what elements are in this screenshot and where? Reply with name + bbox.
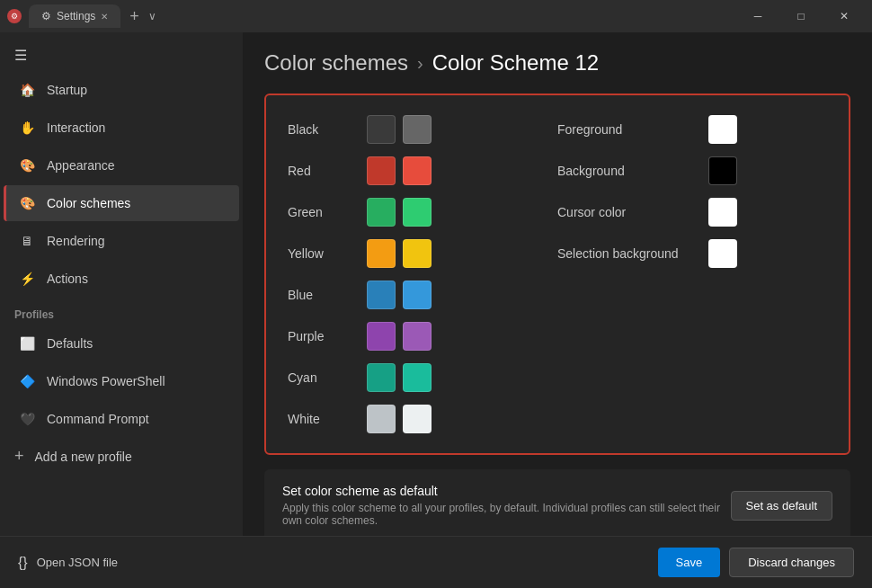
main-layout: ☰ 🏠 Startup ✋ Interaction 🎨 Appearance 🎨… (0, 32, 872, 536)
powershell-icon: 🔷 (18, 372, 36, 390)
color-panel: Black Red Green (264, 94, 850, 455)
color-swatch-cursor[interactable] (708, 198, 737, 227)
bottom-actions: Save Discard changes (658, 548, 854, 577)
sidebar-item-label: Color schemes (47, 196, 130, 210)
color-swatch-purple-normal[interactable] (367, 322, 396, 351)
breadcrumb-current: Color Scheme 12 (432, 50, 599, 76)
interaction-icon: ✋ (18, 119, 36, 137)
set-default-title: Set color scheme as default (282, 484, 731, 498)
color-swatch-background[interactable] (708, 156, 737, 185)
color-swatch-white-bright[interactable] (403, 405, 432, 433)
breadcrumb: Color schemes › Color Scheme 12 (264, 50, 850, 76)
breadcrumb-separator: › (417, 53, 423, 74)
sidebar-item-label: Startup (47, 83, 87, 97)
color-swatch-selection[interactable] (708, 239, 737, 268)
discard-button[interactable]: Discard changes (729, 548, 854, 577)
new-tab-button[interactable]: + (124, 7, 145, 26)
sidebar-item-label: Windows PowerShell (47, 374, 165, 388)
color-schemes-icon: 🎨 (18, 194, 36, 212)
set-default-section: Set color scheme as default Apply this c… (264, 469, 850, 536)
sidebar-item-startup[interactable]: 🏠 Startup (4, 72, 239, 108)
tab-close-icon[interactable]: ✕ (101, 12, 108, 22)
sidebar-item-appearance[interactable]: 🎨 Appearance (4, 147, 239, 183)
color-swatch-green-normal[interactable] (367, 198, 396, 227)
sidebar-item-powershell[interactable]: 🔷 Windows PowerShell (4, 363, 239, 399)
hamburger-icon[interactable]: ☰ (0, 40, 243, 71)
color-label-cyan: Cyan (288, 370, 360, 385)
sidebar-item-defaults[interactable]: ⬜ Defaults (4, 325, 239, 361)
minimize-button[interactable]: ─ (737, 2, 779, 31)
add-profile-button[interactable]: + Add a new profile (0, 438, 243, 475)
color-swatch-black-normal[interactable] (367, 115, 396, 144)
color-swatch-foreground[interactable] (708, 115, 737, 144)
color-swatch-green-bright[interactable] (403, 198, 432, 227)
set-default-row: Set color scheme as default Apply this c… (282, 484, 832, 527)
sidebar-item-label: Rendering (47, 234, 105, 248)
color-label-green: Green (288, 205, 360, 219)
color-swatch-black-bright[interactable] (403, 115, 432, 144)
sidebar: ☰ 🏠 Startup ✋ Interaction 🎨 Appearance 🎨… (0, 32, 243, 536)
color-row-black: Black (288, 113, 557, 146)
color-swatch-white-normal[interactable] (367, 405, 396, 433)
sidebar-item-actions[interactable]: ⚡ Actions (4, 261, 239, 297)
content-area: Color schemes › Color Scheme 12 Black Re… (243, 32, 872, 536)
color-grid: Black Red Green (288, 113, 827, 435)
sidebar-item-cmd[interactable]: 🖤 Command Prompt (4, 401, 239, 437)
color-grid-left: Black Red Green (288, 113, 557, 435)
sidebar-item-interaction[interactable]: ✋ Interaction (4, 110, 239, 146)
color-grid-right: Foreground Background Cursor color (557, 113, 827, 435)
color-label-foreground: Foreground (557, 122, 701, 137)
set-default-desc: Apply this color scheme to all your prof… (282, 502, 731, 527)
color-label-red: Red (288, 164, 360, 178)
breadcrumb-parent[interactable]: Color schemes (264, 50, 408, 76)
window-controls: ─ □ ✕ (737, 2, 865, 31)
color-swatch-yellow-bright[interactable] (403, 239, 432, 268)
color-row-blue: Blue (288, 279, 557, 311)
color-row-purple: Purple (288, 320, 557, 352)
maximize-button[interactable]: □ (780, 2, 822, 31)
startup-icon: 🏠 (18, 81, 36, 99)
sidebar-item-label: Appearance (47, 158, 115, 173)
open-json-button[interactable]: {} Open JSON file (18, 555, 118, 571)
sidebar-item-label: Interaction (47, 120, 105, 135)
settings-tab[interactable]: ⚙ Settings ✕ (29, 4, 120, 28)
color-swatch-red-normal[interactable] (367, 156, 396, 185)
sidebar-item-color-schemes[interactable]: 🎨 Color schemes (4, 185, 239, 221)
color-swatch-yellow-normal[interactable] (367, 239, 396, 268)
color-row-cyan: Cyan (288, 361, 557, 394)
open-json-label: Open JSON file (37, 556, 118, 569)
color-label-white: White (288, 412, 360, 426)
save-button[interactable]: Save (658, 548, 721, 577)
app-icon: ⚙ (7, 9, 22, 23)
color-label-purple: Purple (288, 329, 360, 343)
title-bar: ⚙ ⚙ Settings ✕ + ∨ ─ □ ✕ (0, 0, 872, 32)
color-swatch-red-bright[interactable] (403, 156, 432, 185)
color-row-cursor: Cursor color (557, 196, 827, 228)
settings-icon: ⚙ (41, 10, 51, 22)
color-swatch-cyan-bright[interactable] (403, 363, 432, 392)
color-label-blue: Blue (288, 288, 360, 302)
actions-icon: ⚡ (18, 270, 36, 288)
color-label-yellow: Yellow (288, 246, 360, 261)
color-swatch-blue-bright[interactable] (403, 281, 432, 309)
color-row-selection: Selection background (557, 237, 827, 270)
cmd-icon: 🖤 (18, 410, 36, 428)
profiles-section-label: Profiles (0, 298, 243, 325)
json-icon: {} (18, 555, 28, 571)
tab-dropdown-icon[interactable]: ∨ (148, 10, 156, 22)
color-swatch-blue-normal[interactable] (367, 281, 396, 309)
tab-label: Settings (57, 10, 95, 22)
sidebar-item-rendering[interactable]: 🖥 Rendering (4, 223, 239, 259)
color-label-background: Background (557, 164, 701, 178)
color-row-green: Green (288, 196, 557, 228)
color-swatch-cyan-normal[interactable] (367, 363, 396, 392)
set-as-default-button[interactable]: Set as default (731, 491, 833, 521)
close-button[interactable]: ✕ (823, 2, 865, 31)
color-swatch-purple-bright[interactable] (403, 322, 432, 351)
defaults-icon: ⬜ (18, 334, 36, 352)
rendering-icon: 🖥 (18, 232, 36, 250)
color-row-yellow: Yellow (288, 237, 557, 270)
color-label-selection: Selection background (557, 246, 701, 261)
tab-bar: ⚙ Settings ✕ + ∨ (29, 4, 156, 28)
color-row-red: Red (288, 155, 557, 187)
